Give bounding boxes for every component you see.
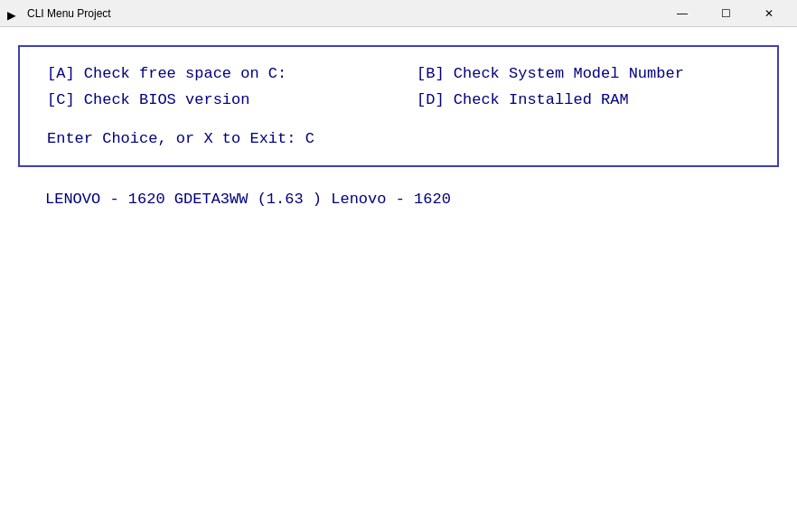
title-bar-controls: — ☐ ✕	[661, 0, 790, 27]
title-bar: ▶ CLI Menu Project — ☐ ✕	[0, 0, 797, 27]
menu-grid: [A] Check free space on C: [B] Check Sys…	[47, 65, 750, 108]
minimize-button[interactable]: —	[661, 0, 703, 27]
close-button[interactable]: ✕	[748, 0, 790, 27]
menu-item-c: [C] Check BIOS version	[47, 91, 380, 108]
menu-item-a: [A] Check free space on C:	[47, 65, 380, 82]
maximize-button[interactable]: ☐	[705, 0, 746, 27]
menu-item-b: [B] Check System Model Number	[417, 65, 750, 82]
output-area: LENOVO - 1620 GDETA3WW (1.63 ) Lenovo - …	[18, 182, 779, 217]
window-content: [A] Check free space on C: [B] Check Sys…	[0, 27, 797, 532]
menu-item-d: [D] Check Installed RAM	[417, 91, 750, 108]
app-icon: ▶	[7, 6, 22, 21]
window-title: CLI Menu Project	[27, 7, 111, 20]
prompt-line: Enter Choice, or X to Exit: C	[47, 130, 750, 147]
output-text: LENOVO - 1620 GDETA3WW (1.63 ) Lenovo - …	[45, 191, 451, 208]
title-bar-left: ▶ CLI Menu Project	[7, 6, 111, 21]
menu-box: [A] Check free space on C: [B] Check Sys…	[18, 45, 779, 167]
